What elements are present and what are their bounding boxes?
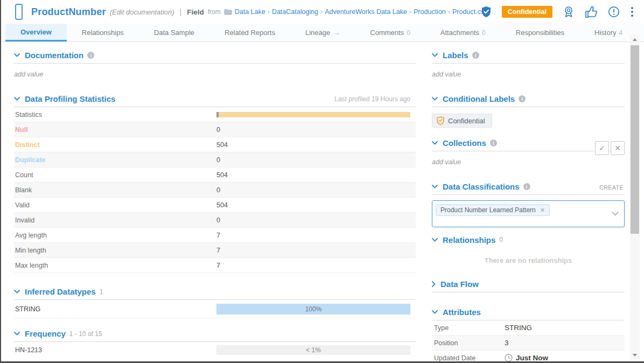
create-classification-link[interactable]: CREATE xyxy=(599,184,624,191)
stat-label: Avg length xyxy=(14,232,216,239)
thumbs-up-icon[interactable] xyxy=(585,6,598,18)
data-classifications-section-header[interactable]: Data Classifications i CREATE xyxy=(432,181,625,195)
overview-content: Documentation i add value Data Profiling… xyxy=(1,42,644,363)
classification-edit-buttons: ✓ ✕ xyxy=(595,141,625,155)
classification-multiselect[interactable]: Product Number Learned Pattern ✕ xyxy=(432,200,625,227)
section-title: Data Flow xyxy=(440,280,479,289)
info-icon: i xyxy=(490,139,497,146)
section-title: Inferred Datatypes xyxy=(25,287,96,296)
stat-label: Max length xyxy=(14,262,216,269)
stat-label: Count xyxy=(14,171,216,179)
frequency-section-header[interactable]: Frequency 1 - 10 of 15 xyxy=(14,328,416,342)
tab-relationships[interactable]: Relationships xyxy=(67,24,139,41)
dropdown-chevron-icon[interactable] xyxy=(612,212,619,216)
tab-overview[interactable]: Overview xyxy=(5,24,67,41)
tab-responsibilities[interactable]: Responsibilities xyxy=(501,24,579,41)
classification-chip[interactable]: Product Number Learned Pattern ✕ xyxy=(436,204,550,216)
collections-add-value[interactable]: add value xyxy=(432,151,625,177)
relationships-section-header[interactable]: Relationships 0 xyxy=(432,233,625,247)
conditional-label-chip[interactable]: Confidential xyxy=(432,114,492,128)
edit-documentation-link[interactable]: (Edit documentation) xyxy=(110,8,174,16)
attr-label: Type xyxy=(432,324,505,332)
chevron-down-icon xyxy=(432,185,438,189)
table-row: Min length 7 xyxy=(14,243,416,258)
table-row: HN-1213 < 1% xyxy=(14,342,416,358)
labels-add-value[interactable]: add value xyxy=(432,64,625,89)
scroll-up-arrow[interactable] xyxy=(630,36,640,43)
breadcrumb-item[interactable]: Production xyxy=(414,8,446,16)
breadcrumb-separator: › xyxy=(268,8,270,16)
page-title: ProductNumber xyxy=(31,6,106,18)
endorse-award-icon[interactable] xyxy=(563,5,575,18)
breadcrumb-item[interactable]: Data Lake xyxy=(235,8,265,16)
profiling-section-header[interactable]: Data Profiling Statistics Last profiled … xyxy=(14,93,416,107)
chevron-down-icon xyxy=(432,97,438,101)
vertical-scrollbar[interactable] xyxy=(630,34,640,360)
last-profiled-text: Last profiled 19 Hours ago xyxy=(334,95,410,103)
labels-section-header[interactable]: Labels i xyxy=(432,50,625,64)
table-row: STRING 100% xyxy=(14,300,416,318)
right-column: Labels i add value Conditional Labels i … xyxy=(432,50,625,363)
lineage-arrow-icon: → xyxy=(333,29,340,37)
scrollbar-thumb[interactable] xyxy=(631,45,639,234)
table-row: Max length 7 xyxy=(14,258,416,273)
tab-comments[interactable]: Comments0 xyxy=(355,24,425,41)
certified-shield-icon[interactable] xyxy=(481,6,492,18)
attributes-table: Type STRING Position 3 Updated Date Just… xyxy=(432,320,625,363)
tab-related-reports[interactable]: Related Reports xyxy=(209,24,290,41)
documentation-add-value[interactable]: add value xyxy=(14,64,416,89)
table-row: Position 3 xyxy=(432,336,625,351)
frequency-label: HN-1213 xyxy=(14,346,216,354)
breadcrumb-separator: › xyxy=(409,8,411,16)
breadcrumb-item[interactable]: DataCataloging xyxy=(272,8,318,16)
section-title: Conditional Labels xyxy=(443,94,515,103)
tab-data-sample[interactable]: Data Sample xyxy=(139,24,209,41)
stat-value: 7 xyxy=(216,247,220,254)
table-row: Statistics xyxy=(14,107,416,122)
info-icon: i xyxy=(87,52,94,59)
left-column: Documentation i add value Data Profiling… xyxy=(14,50,416,363)
attr-value: STRING xyxy=(505,324,532,332)
chevron-down-icon xyxy=(432,53,438,57)
stat-value: 0 xyxy=(216,217,220,224)
breadcrumb-item[interactable]: AdventureWorks Data Lake xyxy=(325,8,407,16)
page-header: ProductNumber (Edit documentation) | Fie… xyxy=(1,0,644,24)
alert-info-icon[interactable] xyxy=(608,6,620,18)
statistics-bar xyxy=(216,112,410,117)
stat-value: 504 xyxy=(216,141,228,149)
folder-icon xyxy=(224,9,232,15)
attributes-section-header[interactable]: Attributes xyxy=(432,306,625,320)
scroll-down-arrow[interactable] xyxy=(630,351,640,359)
section-title: Documentation xyxy=(25,51,83,60)
header-divider: | xyxy=(180,8,182,16)
chevron-down-icon xyxy=(14,53,20,57)
datatype-label: STRING xyxy=(14,305,216,313)
confirm-button[interactable]: ✓ xyxy=(595,141,609,155)
inferred-datatypes-section-header[interactable]: Inferred Datatypes 1 xyxy=(14,286,416,300)
section-title: Data Profiling Statistics xyxy=(25,94,115,103)
tab-bar: Overview Relationships Data Sample Relat… xyxy=(1,24,644,42)
stat-value: 7 xyxy=(216,262,220,269)
table-row: Invalid 0 xyxy=(14,213,416,228)
stat-label: Min length xyxy=(14,247,216,254)
data-flow-section-header[interactable]: Data Flow xyxy=(432,278,625,292)
cancel-button[interactable]: ✕ xyxy=(611,141,625,155)
stat-value: 0 xyxy=(216,126,220,134)
section-title: Frequency xyxy=(25,329,66,338)
tab-lineage[interactable]: Lineage→ xyxy=(290,24,355,41)
remove-chip-icon[interactable]: ✕ xyxy=(540,207,545,214)
stat-label: Valid xyxy=(14,201,216,209)
tab-history[interactable]: History4 xyxy=(579,24,638,41)
table-row: Valid 504 xyxy=(14,198,416,213)
stat-label: Duplicate xyxy=(14,156,216,164)
asset-type-label: Field xyxy=(187,8,204,16)
attr-value-with-icon: Just Now xyxy=(505,354,548,362)
documentation-section-header[interactable]: Documentation i xyxy=(14,50,416,64)
table-row: Type STRING xyxy=(432,320,625,336)
conditional-labels-section-header[interactable]: Conditional Labels i xyxy=(432,93,625,107)
more-options-kebab-icon[interactable] xyxy=(630,6,634,18)
section-count: 0 xyxy=(499,236,503,243)
tab-attachments[interactable]: Attachments0 xyxy=(425,24,501,41)
table-row: Count 504 xyxy=(14,167,416,183)
stat-label: Invalid xyxy=(14,217,216,224)
